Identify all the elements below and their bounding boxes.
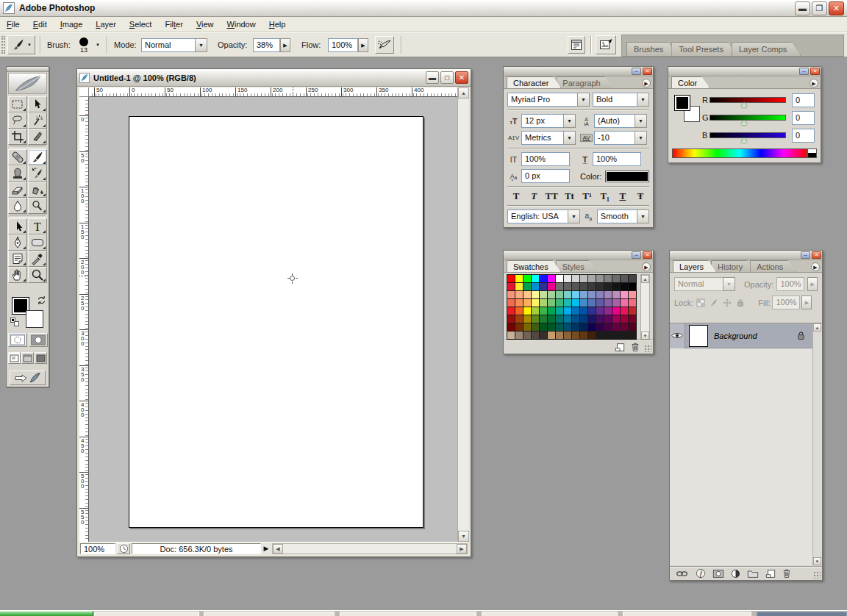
color-swatch[interactable] (540, 307, 547, 315)
version-cue-button[interactable] (117, 543, 130, 554)
color-swatch[interactable] (612, 307, 620, 315)
chevron-down-icon[interactable]: ▼ (563, 114, 576, 128)
chevron-down-icon[interactable]: ▼ (563, 131, 576, 145)
palette-close-button[interactable]: × (643, 251, 652, 259)
color-swatch[interactable] (572, 283, 579, 290)
tab-history[interactable]: History (711, 260, 755, 272)
color-swatch[interactable] (572, 291, 579, 298)
taskbar-button[interactable] (623, 612, 751, 616)
color-swatch[interactable] (515, 275, 523, 282)
rectangular-marquee-tool[interactable] (8, 96, 27, 112)
color-swatch[interactable] (629, 315, 636, 323)
new-layer-button[interactable] (765, 569, 776, 579)
tab-swatches[interactable]: Swatches (507, 260, 561, 272)
color-swatch[interactable] (580, 283, 587, 290)
menu-window[interactable]: Window (221, 18, 262, 31)
color-swatch[interactable] (523, 291, 531, 298)
color-swatch[interactable] (612, 291, 620, 298)
horizontal-scale-field[interactable]: 100% (593, 152, 641, 166)
restore-button[interactable]: ❐ (812, 1, 827, 15)
color-swatch[interactable] (540, 299, 547, 307)
font-size-select[interactable]: 12 px▼ (521, 114, 576, 128)
green-value-field[interactable]: 0 (792, 111, 815, 125)
ruler-corner[interactable] (79, 87, 89, 97)
color-swatch[interactable] (556, 307, 563, 315)
blur-tool[interactable] (8, 198, 27, 214)
layer-name[interactable]: Background (714, 332, 757, 340)
type-tool[interactable]: T (28, 218, 47, 234)
layer-thumbnail[interactable] (689, 325, 708, 347)
color-swatch[interactable] (556, 315, 563, 323)
color-swatch[interactable] (580, 291, 587, 298)
red-slider-thumb[interactable] (741, 102, 747, 107)
color-swatch[interactable] (532, 283, 539, 290)
text-color-swatch[interactable] (606, 171, 648, 182)
swap-colors-icon[interactable] (36, 295, 47, 306)
blend-mode-select[interactable]: Normal▼ (674, 277, 735, 291)
palette-titlebar[interactable]: – × (668, 67, 821, 76)
menu-select[interactable]: Select (123, 18, 159, 31)
color-swatch[interactable] (580, 275, 587, 282)
color-swatch[interactable] (564, 299, 571, 307)
color-swatch[interactable] (588, 332, 596, 339)
color-swatch[interactable] (588, 275, 596, 282)
color-swatch[interactable] (507, 291, 515, 298)
color-swatch[interactable] (515, 299, 523, 307)
red-slider[interactable] (710, 97, 786, 103)
horizontal-scrollbar[interactable]: ◀ ▶ (272, 543, 468, 554)
color-swatch[interactable] (572, 299, 579, 307)
color-swatch[interactable] (564, 307, 571, 315)
layers-scrollbar[interactable]: ▲ ▼ (812, 323, 822, 565)
all-caps-button[interactable]: TT (544, 190, 559, 202)
layer-style-button[interactable]: f (696, 568, 706, 579)
color-swatch[interactable] (621, 323, 628, 331)
color-swatch[interactable] (532, 315, 539, 323)
color-swatch[interactable] (580, 315, 587, 323)
color-swatch[interactable] (523, 323, 531, 331)
palette-titlebar[interactable]: – × (504, 251, 653, 260)
palette-minimize-button[interactable]: – (632, 68, 641, 75)
edit-in-imageready-button[interactable] (596, 35, 616, 54)
color-swatch[interactable] (596, 299, 604, 307)
tab-color[interactable]: Color (671, 76, 710, 88)
color-swatch[interactable] (532, 299, 539, 307)
standard-mode-button[interactable] (8, 333, 27, 347)
well-tab-layer-comps[interactable]: Layer Comps (732, 42, 801, 56)
color-swatch[interactable] (621, 315, 628, 323)
tracking-select[interactable]: -10▼ (594, 131, 647, 145)
color-swatch[interactable] (564, 291, 571, 298)
shape-tool[interactable] (28, 234, 47, 251)
history-brush-tool[interactable] (28, 165, 47, 182)
menu-file[interactable]: File (0, 18, 26, 31)
color-swatch[interactable] (572, 332, 579, 339)
color-swatch[interactable] (564, 315, 571, 323)
language-select[interactable]: English: USA▼ (507, 209, 580, 223)
chevron-down-icon[interactable]: ▼ (568, 209, 580, 223)
color-swatch[interactable] (507, 283, 515, 290)
color-swatch[interactable] (588, 283, 596, 290)
palette-menu-button[interactable]: ▶ (810, 79, 818, 87)
close-button[interactable]: ✕ (829, 1, 844, 15)
default-colors-icon[interactable] (10, 318, 21, 327)
foreground-color-swatch[interactable] (674, 95, 690, 111)
taskbar-button[interactable] (482, 612, 618, 616)
subscript-button[interactable]: T₁ (598, 190, 612, 202)
color-swatch[interactable] (556, 275, 563, 282)
font-family-select[interactable]: Myriad Pro▼ (507, 93, 590, 107)
color-swatch[interactable] (540, 275, 547, 282)
faux-italic-button[interactable]: T (526, 190, 541, 202)
vertical-scale-field[interactable]: 100% (521, 152, 570, 166)
paint-bucket-tool[interactable] (28, 182, 47, 198)
delete-swatch-button[interactable] (631, 342, 640, 352)
swatches-scrollbar[interactable]: ▲ ▼ (640, 274, 650, 340)
scroll-up-icon[interactable]: ▲ (458, 87, 469, 99)
palette-titlebar[interactable]: – × (504, 67, 653, 76)
strikethrough-button[interactable]: Ŧ (633, 190, 648, 202)
zoom-level-field[interactable]: 100% (80, 543, 115, 554)
lock-transparency-icon[interactable] (695, 297, 707, 308)
color-swatch[interactable] (596, 275, 604, 282)
palette-menu-button[interactable]: ▶ (811, 262, 820, 271)
color-swatch[interactable] (629, 299, 636, 307)
palette-menu-button[interactable]: ▶ (642, 262, 651, 271)
color-swatch[interactable] (604, 283, 612, 290)
